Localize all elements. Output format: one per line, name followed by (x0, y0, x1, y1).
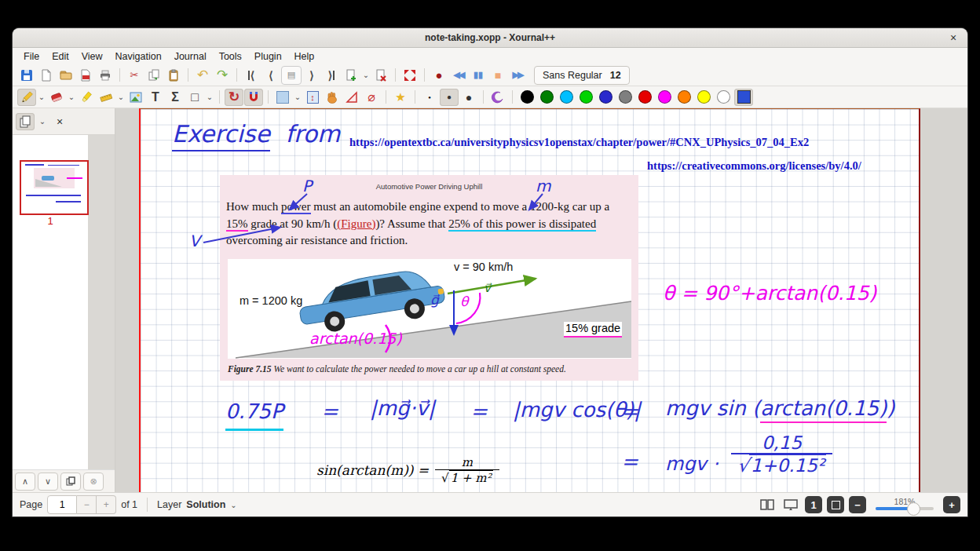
page-number-input[interactable] (47, 495, 77, 514)
redo-icon[interactable]: ↷ (213, 67, 232, 84)
fullscreen-icon[interactable] (400, 67, 419, 84)
menu-item[interactable]: Navigation (109, 49, 168, 64)
vertical-space-icon[interactable]: ↕ (303, 89, 322, 106)
first-page-icon[interactable]: ⟨ (242, 67, 261, 84)
page-preview-panel-icon[interactable] (16, 113, 35, 130)
shape-tool-icon[interactable]: □ (185, 89, 204, 106)
title-bar[interactable]: note-taking.xopp - Xournal++ × (13, 28, 967, 48)
fit-width-button[interactable]: 1 (805, 496, 822, 513)
color-swatch[interactable] (521, 90, 534, 104)
color-swatch[interactable] (540, 90, 554, 104)
color-swatch[interactable] (697, 90, 711, 104)
scroll-up-icon[interactable]: ∧ (15, 473, 35, 491)
figure-link[interactable]: (Figure) (337, 217, 375, 230)
new-document-icon[interactable] (37, 67, 56, 84)
close-icon[interactable]: × (946, 31, 960, 45)
hand-tool-icon[interactable] (323, 89, 342, 106)
presentation-mode-icon[interactable] (781, 497, 800, 513)
grid-snap-magnet-icon[interactable] (244, 89, 263, 106)
cut-icon[interactable]: ✂ (125, 67, 144, 84)
color-swatch[interactable] (717, 90, 730, 104)
fit-page-button[interactable] (827, 496, 844, 513)
record-audio-icon[interactable]: ● (430, 67, 448, 84)
page-label: Page (20, 499, 42, 510)
select-options-icon[interactable]: ⌄ (293, 89, 302, 106)
scroll-down-icon[interactable]: ∨ (38, 473, 58, 491)
color-picker-icon[interactable] (734, 89, 753, 106)
eraser-tool-icon[interactable] (47, 89, 66, 106)
shape-options-icon[interactable]: ⌄ (205, 89, 214, 106)
document-page[interactable]: Exercise from https://opentextbc.ca/univ… (139, 108, 920, 492)
shape-recognizer-icon[interactable]: ★ (391, 89, 410, 106)
insert-image-icon[interactable] (126, 89, 145, 106)
export-pdf-icon[interactable] (76, 67, 95, 84)
color-swatch[interactable] (580, 90, 593, 104)
menu-item[interactable]: Journal (168, 49, 213, 64)
zoom-out-button[interactable]: − (849, 496, 866, 513)
thickness-fine-icon[interactable]: ● (420, 89, 439, 106)
color-swatch[interactable] (619, 90, 632, 104)
thickness-medium-icon[interactable]: ● (440, 89, 459, 106)
setsquare-icon[interactable] (342, 89, 361, 106)
dual-page-view-icon[interactable] (758, 497, 777, 513)
menu-item[interactable]: View (75, 49, 109, 64)
pen-options-icon[interactable]: ⌄ (37, 89, 46, 106)
print-icon[interactable] (96, 67, 115, 84)
save-icon[interactable] (17, 67, 36, 84)
menu-item[interactable]: Tools (213, 49, 248, 64)
previous-page-icon[interactable]: ⟨ (261, 67, 280, 84)
rotation-snap-icon[interactable]: ↻ (225, 89, 243, 106)
color-swatch[interactable] (638, 90, 652, 104)
thickness-thick-icon[interactable]: ● (459, 89, 478, 106)
pen-tool-icon[interactable] (17, 89, 36, 106)
undo-icon[interactable]: ↶ (193, 67, 212, 84)
highlighter-tool-icon[interactable] (77, 89, 96, 106)
font-button[interactable]: Sans Regular 12 (534, 66, 630, 85)
delete-page-sidebar-icon[interactable]: ⊗ (83, 473, 104, 491)
pause-icon[interactable]: ▮▮ (469, 67, 488, 84)
rewind-icon[interactable]: ◀◀ (449, 67, 468, 84)
fill-tool-icon[interactable] (488, 89, 507, 106)
sidebar-close-icon[interactable]: × (50, 113, 69, 130)
separator (483, 90, 484, 104)
page-decrement-button[interactable]: − (77, 495, 97, 514)
compass-icon[interactable]: ⌀ (362, 89, 381, 106)
ruler-tool-icon[interactable] (97, 89, 115, 106)
color-swatch[interactable] (560, 90, 573, 104)
open-folder-icon[interactable] (57, 67, 75, 84)
tex-tool-icon[interactable]: Σ (166, 89, 185, 106)
copy-icon[interactable] (144, 67, 163, 84)
menu-item[interactable]: Edit (46, 49, 75, 64)
last-page-icon[interactable]: ⟩ (322, 67, 341, 84)
stop-icon[interactable]: ■ (488, 67, 507, 84)
color-swatch[interactable] (599, 90, 612, 104)
color-swatch[interactable] (678, 90, 691, 104)
eraser-options-icon[interactable]: ⌄ (67, 89, 76, 106)
menu-item[interactable]: Help (288, 49, 321, 64)
zoom-slider[interactable] (876, 507, 934, 510)
forward-icon[interactable]: ▶▶ (508, 67, 527, 84)
text-tool-icon[interactable]: T (146, 89, 165, 106)
select-rectangle-icon[interactable] (273, 89, 292, 106)
color-swatch[interactable] (658, 90, 671, 104)
canvas[interactable]: Exercise from https://opentextbc.ca/univ… (115, 108, 967, 492)
zoom-in-button[interactable]: + (943, 496, 960, 513)
ruler-options-icon[interactable]: ⌄ (116, 89, 126, 106)
page-spinner-icon[interactable]: ▤ (281, 66, 302, 85)
zoom-slider-thumb[interactable] (907, 502, 920, 516)
sidebar-dropdown-icon[interactable]: ⌄ (38, 113, 47, 130)
page-thumbnail[interactable] (20, 160, 89, 215)
add-page-icon[interactable] (342, 67, 360, 84)
link-creativecommons[interactable]: https://creativecommons.org/licenses/by/… (647, 159, 861, 173)
next-page-icon[interactable]: ⟩ (302, 67, 321, 84)
menu-item[interactable]: File (17, 49, 46, 64)
menu-item[interactable]: Plugin (248, 49, 288, 64)
link-opentextbc[interactable]: https://opentextbc.ca/universityphysicsv… (349, 136, 809, 149)
layer-value[interactable]: Solution (186, 499, 225, 510)
duplicate-page-icon[interactable] (60, 473, 81, 491)
page-increment-button[interactable]: + (97, 495, 116, 514)
delete-page-icon[interactable] (371, 67, 390, 84)
layer-dropdown-icon[interactable]: ⌄ (230, 501, 240, 509)
add-page-dropdown-icon[interactable]: ⌄ (361, 67, 371, 84)
paste-icon[interactable] (164, 67, 183, 84)
